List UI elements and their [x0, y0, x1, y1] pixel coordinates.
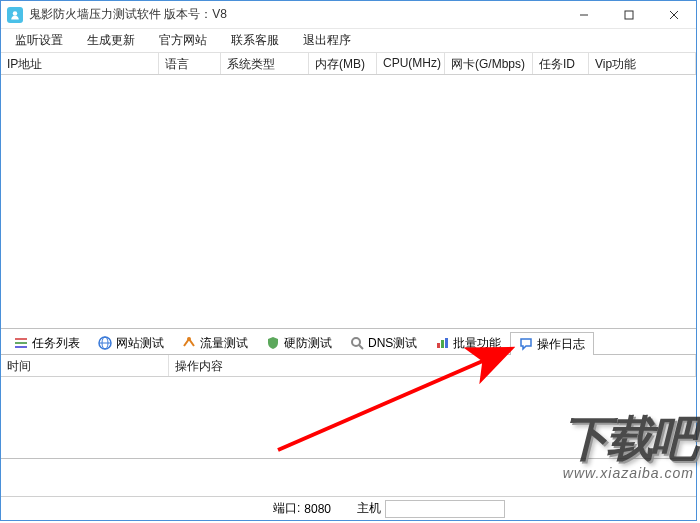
- tab-batch-function[interactable]: 批量功能: [426, 331, 510, 354]
- svg-line-13: [359, 345, 363, 349]
- host-field[interactable]: [385, 500, 505, 518]
- tab-dns-test[interactable]: DNS测试: [341, 331, 426, 354]
- svg-rect-2: [625, 11, 633, 19]
- menu-official-site[interactable]: 官方网站: [149, 29, 217, 52]
- tab-label: 任务列表: [32, 335, 80, 352]
- svg-rect-5: [15, 338, 27, 340]
- maximize-button[interactable]: [606, 1, 651, 29]
- list-icon: [14, 336, 28, 350]
- port-value: 8080: [304, 502, 331, 516]
- host-label: 主机: [357, 500, 381, 517]
- tab-operation-log[interactable]: 操作日志: [510, 332, 594, 355]
- menu-contact-support[interactable]: 联系客服: [221, 29, 289, 52]
- tab-label: 操作日志: [537, 336, 585, 353]
- menu-bar: 监听设置 生成更新 官方网站 联系客服 退出程序: [1, 29, 696, 53]
- tab-label: 流量测试: [200, 335, 248, 352]
- shield-icon: [266, 336, 280, 350]
- search-icon: [350, 336, 364, 350]
- tab-label: 网站测试: [116, 335, 164, 352]
- port-label: 端口:: [273, 500, 300, 517]
- speech-icon: [519, 337, 533, 351]
- tab-hard-defense-test[interactable]: 硬防测试: [257, 331, 341, 354]
- col-time[interactable]: 时间: [1, 355, 169, 376]
- col-cpu[interactable]: CPU(MHz): [377, 53, 445, 74]
- svg-rect-7: [15, 346, 27, 348]
- svg-rect-16: [445, 338, 448, 348]
- footer-area: 端口: 8080 主机: [1, 459, 696, 520]
- svg-point-12: [352, 338, 360, 346]
- col-memory[interactable]: 内存(MB): [309, 53, 377, 74]
- col-vip[interactable]: Vip功能: [589, 53, 696, 74]
- tab-label: 批量功能: [453, 335, 501, 352]
- bars-icon: [435, 336, 449, 350]
- svg-rect-6: [15, 342, 27, 344]
- tab-label: 硬防测试: [284, 335, 332, 352]
- close-button[interactable]: [651, 1, 696, 29]
- col-taskid[interactable]: 任务ID: [533, 53, 589, 74]
- svg-point-11: [187, 337, 191, 341]
- menu-generate-update[interactable]: 生成更新: [77, 29, 145, 52]
- globe-icon: [98, 336, 112, 350]
- status-bar: 端口: 8080 主机: [1, 496, 696, 520]
- window-controls: [561, 1, 696, 29]
- col-language[interactable]: 语言: [159, 53, 221, 74]
- svg-rect-14: [437, 343, 440, 348]
- col-os[interactable]: 系统类型: [221, 53, 309, 74]
- minimize-button[interactable]: [561, 1, 606, 29]
- log-grid: 时间 操作内容: [1, 355, 696, 459]
- log-grid-body[interactable]: [1, 377, 696, 458]
- svg-point-0: [13, 11, 18, 16]
- log-grid-header: 时间 操作内容: [1, 355, 696, 377]
- tab-website-test[interactable]: 网站测试: [89, 331, 173, 354]
- col-action[interactable]: 操作内容: [169, 355, 696, 376]
- hosts-grid-body[interactable]: [1, 75, 696, 328]
- col-nic[interactable]: 网卡(G/Mbps): [445, 53, 533, 74]
- tabs-row: 任务列表 网站测试 流量测试 硬防测试 DNS测试 批量功能 操作日志: [1, 329, 696, 355]
- title-bar: 鬼影防火墙压力测试软件 版本号：V8: [1, 1, 696, 29]
- tab-label: DNS测试: [368, 335, 417, 352]
- tab-traffic-test[interactable]: 流量测试: [173, 331, 257, 354]
- col-ip[interactable]: IP地址: [1, 53, 159, 74]
- hosts-grid-header: IP地址 语言 系统类型 内存(MB) CPU(MHz) 网卡(G/Mbps) …: [1, 53, 696, 75]
- tab-task-list[interactable]: 任务列表: [5, 331, 89, 354]
- app-icon: [7, 7, 23, 23]
- window-title: 鬼影防火墙压力测试软件 版本号：V8: [29, 6, 561, 23]
- hosts-grid: IP地址 语言 系统类型 内存(MB) CPU(MHz) 网卡(G/Mbps) …: [1, 53, 696, 329]
- svg-rect-15: [441, 340, 444, 348]
- menu-listen-settings[interactable]: 监听设置: [5, 29, 73, 52]
- menu-exit[interactable]: 退出程序: [293, 29, 361, 52]
- flow-icon: [182, 336, 196, 350]
